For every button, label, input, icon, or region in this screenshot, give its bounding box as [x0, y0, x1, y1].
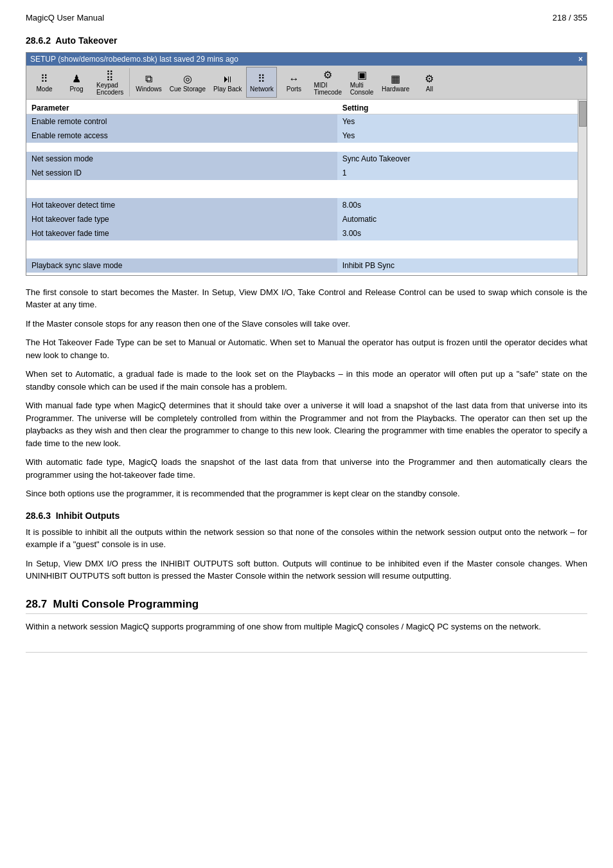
table-row-empty	[26, 189, 578, 198]
body-paragraph-4: When set to Automatic, a gradual fade is…	[26, 368, 587, 393]
setting-playback-sync-slave-mode[interactable]: Inhibit PB Sync	[337, 258, 578, 273]
table-row: Enable remote access Yes	[26, 129, 578, 143]
play-back-icon: ⏯	[222, 73, 233, 85]
section-inhibit-outputs: 28.6.3 Inhibit Outputs It is possible to…	[26, 511, 587, 583]
col-parameter: Parameter	[26, 102, 337, 114]
setup-table: Parameter Setting Enable remote control …	[26, 102, 578, 273]
setting-enable-remote-access[interactable]: Yes	[337, 129, 578, 143]
section-multi-console-heading: 28.7 Multi Console Programming	[26, 598, 587, 614]
ports-label: Ports	[287, 86, 301, 93]
table-row: Net session ID 1	[26, 166, 578, 180]
setup-titlebar: SETUP (show/demos/robedemo.sbk) last sav…	[26, 53, 587, 66]
table-row: Playback sync slave mode Inhibit PB Sync	[26, 258, 578, 273]
cue-storage-label: Cue Storage	[170, 86, 206, 93]
midi-timecode-icon: ⚙	[323, 69, 332, 81]
body-paragraph-2: If the Master console stops for any reas…	[26, 318, 587, 330]
setup-window: SETUP (show/demos/robedemo.sbk) last sav…	[26, 52, 587, 276]
param-hot-takeover-detect-time: Hot takeover detect time	[26, 198, 337, 212]
prog-icon: ♟	[72, 73, 81, 85]
section-auto-takeover-heading: 28.6.2 Auto Takeover	[26, 35, 587, 46]
toolbar-mode[interactable]: ⠿ Mode	[29, 67, 60, 98]
table-row: Hot takeover fade type Automatic	[26, 212, 578, 226]
page-number: 218 / 355	[553, 13, 587, 23]
inhibit-paragraph-2: In Setup, View DMX I/O press the INHIBIT…	[26, 557, 587, 583]
table-row-empty	[26, 143, 578, 152]
network-label: Network	[250, 86, 274, 93]
page-footer-divider	[26, 652, 587, 653]
toolbar-cue-storage[interactable]: ◎ Cue Storage	[166, 67, 209, 98]
mode-label: Mode	[36, 86, 52, 93]
setting-enable-remote-control[interactable]: Yes	[337, 114, 578, 129]
setting-hot-takeover-fade-type[interactable]: Automatic	[337, 212, 578, 226]
section-auto-takeover: 28.6.2 Auto Takeover SETUP (show/demos/r…	[26, 35, 587, 500]
multi-console-icon: ▣	[357, 69, 367, 81]
toolbar-all[interactable]: ⚙ All	[414, 67, 445, 98]
ports-icon: ↔	[289, 73, 299, 85]
toolbar-multi-console[interactable]: ▣ MultiConsole	[346, 67, 377, 98]
all-label: All	[426, 86, 433, 93]
table-row-empty	[26, 240, 578, 249]
section-inhibit-heading: 28.6.3 Inhibit Outputs	[26, 511, 587, 521]
table-row: Enable remote control Yes	[26, 114, 578, 129]
col-setting: Setting	[337, 102, 578, 114]
param-playback-sync-slave-mode: Playback sync slave mode	[26, 258, 337, 273]
midi-timecode-label: MIDITimecode	[314, 82, 342, 96]
network-icon: ⠿	[258, 73, 265, 85]
windows-label: Windows	[136, 86, 162, 93]
scrollbar-thumb[interactable]	[579, 101, 587, 127]
param-net-session-mode: Net session mode	[26, 152, 337, 166]
setting-hot-takeover-fade-time[interactable]: 3.00s	[337, 226, 578, 240]
table-row: Hot takeover detect time 8.00s	[26, 198, 578, 212]
param-hot-takeover-fade-time: Hot takeover fade time	[26, 226, 337, 240]
param-net-session-id: Net session ID	[26, 166, 337, 180]
body-paragraph-5: With manual fade type when MagicQ determ…	[26, 399, 587, 449]
play-back-label: Play Back	[213, 86, 242, 93]
table-row-empty	[26, 180, 578, 189]
all-icon: ⚙	[425, 73, 434, 85]
scrollbar[interactable]	[578, 100, 587, 275]
body-paragraph-3: The Hot Takeover Fade Type can be set to…	[26, 336, 587, 361]
toolbar-prog[interactable]: ♟ Prog	[61, 67, 92, 98]
hardware-icon: ▦	[391, 73, 400, 85]
toolbar-windows[interactable]: ⧉ Windows	[132, 67, 165, 98]
keypad-encoders-label: KeypadEncoders	[96, 82, 123, 96]
setting-net-session-id[interactable]: 1	[337, 166, 578, 180]
body-paragraph-1: The first console to start becomes the M…	[26, 286, 587, 311]
setting-hot-takeover-detect-time[interactable]: 8.00s	[337, 198, 578, 212]
toolbar-network[interactable]: ⠿ Network	[246, 67, 277, 98]
param-enable-remote-control: Enable remote control	[26, 114, 337, 129]
setup-main: Parameter Setting Enable remote control …	[26, 100, 578, 275]
prog-label: Prog	[69, 86, 83, 93]
table-row: Net session mode Sync Auto Takeover	[26, 152, 578, 166]
setup-titlebar-text: SETUP (show/demos/robedemo.sbk) last sav…	[30, 55, 238, 64]
close-button[interactable]: ×	[578, 55, 583, 64]
table-row-empty	[26, 249, 578, 258]
cue-storage-icon: ◎	[183, 73, 192, 85]
param-hot-takeover-fade-type: Hot takeover fade type	[26, 212, 337, 226]
toolbar-play-back[interactable]: ⏯ Play Back	[210, 67, 245, 98]
toolbar: ⠿ Mode ♟ Prog ⣿ KeypadEncoders ⧉ Windows…	[26, 66, 587, 100]
table-row: Hot takeover fade time 3.00s	[26, 226, 578, 240]
toolbar-ports[interactable]: ↔ Ports	[278, 67, 309, 98]
toolbar-midi-timecode[interactable]: ⚙ MIDITimecode	[310, 67, 345, 98]
body-paragraph-7: Since both options use the programmer, i…	[26, 487, 587, 500]
param-enable-remote-access: Enable remote access	[26, 129, 337, 143]
hardware-label: Hardware	[382, 86, 409, 93]
setting-net-session-mode[interactable]: Sync Auto Takeover	[337, 152, 578, 166]
inhibit-paragraph-1: It is possible to inhibit all the output…	[26, 526, 587, 551]
manual-title: MagicQ User Manual	[26, 13, 104, 23]
multi-console-label: MultiConsole	[350, 82, 374, 96]
setup-content: Parameter Setting Enable remote control …	[26, 100, 578, 275]
toolbar-keypad-encoders[interactable]: ⣿ KeypadEncoders	[93, 67, 127, 98]
mode-icon: ⠿	[40, 73, 48, 85]
keypad-encoders-icon: ⣿	[106, 69, 114, 81]
toolbar-hardware[interactable]: ▦ Hardware	[378, 67, 413, 98]
section-multi-console: 28.7 Multi Console Programming Within a …	[26, 598, 587, 633]
body-paragraph-6: With automatic fade type, MagicQ loads t…	[26, 456, 587, 481]
windows-icon: ⧉	[145, 73, 152, 85]
setup-scroll-area: Parameter Setting Enable remote control …	[26, 100, 587, 275]
multi-console-paragraph-1: Within a network session MagicQ supports…	[26, 620, 587, 633]
